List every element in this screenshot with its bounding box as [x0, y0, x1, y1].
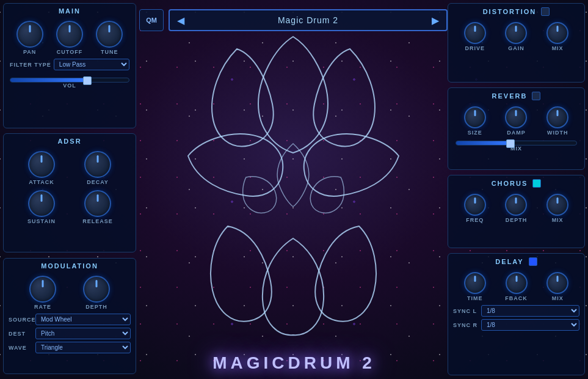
rate-knob[interactable]: [29, 276, 56, 303]
pan-label: PAN: [23, 49, 36, 55]
chorus-title-row: CHORUS: [448, 175, 584, 189]
preset-name: Magic Drum 2: [278, 15, 338, 25]
mod-depth-label: DEPTH: [85, 304, 107, 310]
mod-depth-knob-container: DEPTH: [83, 276, 110, 310]
mod-selects: SOURCE Mod Wheel LFO Velocity Aftertouch…: [4, 312, 136, 355]
chorus-knobs-row: FREQ DEPTH MIX: [448, 189, 584, 224]
source-row: SOURCE Mod Wheel LFO Velocity Aftertouch: [9, 314, 131, 325]
reverb-toggle[interactable]: [532, 92, 540, 100]
sustain-knob[interactable]: [28, 190, 55, 217]
dist-mix-label: MIX: [552, 45, 564, 51]
source-select[interactable]: Mod Wheel LFO Velocity Aftertouch: [35, 314, 131, 325]
prev-preset-button[interactable]: ◀: [175, 15, 187, 26]
fback-knob-container: FBACK: [505, 272, 528, 301]
width-knob[interactable]: [546, 106, 568, 128]
fback-knob[interactable]: [506, 272, 528, 294]
mod-knobs-row: RATE DEPTH: [4, 271, 136, 312]
fback-label: FBACK: [505, 295, 528, 301]
drive-knob-container: DRIVE: [464, 22, 486, 51]
dist-mix-knob-container: MIX: [546, 22, 568, 51]
wave-label: WAVE: [9, 345, 33, 351]
chorus-toggle[interactable]: [532, 179, 541, 188]
sync-l-select[interactable]: 1/8 1/4 1/2 1/1 1/16 3/8: [481, 305, 579, 317]
time-knob[interactable]: [464, 272, 486, 294]
gain-knob-container: GAIN: [505, 22, 527, 51]
size-label: SIZE: [468, 130, 482, 136]
wave-row: WAVE Triangle Sine Square Sawtooth: [9, 342, 131, 353]
attack-knob-container: ATTACK: [28, 151, 55, 185]
wave-select[interactable]: Triangle Sine Square Sawtooth: [35, 342, 131, 353]
vol-slider-track[interactable]: [10, 78, 129, 83]
attack-label: ATTACK: [29, 179, 54, 185]
top-nav: QM ◀ Magic Drum 2 ▶: [139, 5, 448, 35]
delay-toggle[interactable]: [529, 257, 537, 266]
chorus-mix-knob[interactable]: [546, 194, 568, 216]
freq-knob[interactable]: [464, 194, 486, 216]
reverb-mix-label: MIX: [456, 145, 577, 153]
release-label: RELEASE: [82, 218, 113, 224]
attack-knob[interactable]: [28, 151, 55, 178]
source-label: SOURCE: [9, 317, 33, 323]
dist-mix-knob[interactable]: [546, 22, 568, 44]
mod-panel: MODULATION RATE DEPTH SOURCE Mod Wheel L…: [3, 258, 136, 374]
chorus-panel-title: CHORUS: [492, 180, 528, 187]
tune-knob[interactable]: [96, 21, 123, 48]
sustain-knob-container: SUSTAIN: [27, 190, 56, 224]
tune-knob-container: TUNE: [96, 21, 123, 55]
next-preset-button[interactable]: ▶: [429, 15, 441, 26]
delay-mix-knob[interactable]: [546, 272, 568, 294]
distortion-panel-title: DISTORTION: [483, 8, 537, 15]
chorus-depth-knob-container: DEPTH: [505, 194, 527, 223]
drive-knob[interactable]: [464, 22, 486, 44]
sync-l-row: SYNC L 1/8 1/4 1/2 1/1 1/16 3/8: [453, 305, 579, 317]
damp-label: DAMP: [507, 130, 526, 136]
distortion-panel: DISTORTION DRIVE GAIN MIX: [448, 3, 585, 83]
pan-knob-container: PAN: [16, 21, 43, 55]
decay-knob[interactable]: [84, 151, 111, 178]
chorus-depth-knob[interactable]: [505, 194, 527, 216]
gain-knob[interactable]: [505, 22, 527, 44]
delay-title-row: DELAY: [448, 254, 584, 267]
damp-knob[interactable]: [505, 106, 527, 128]
sync-r-select[interactable]: 1/8 1/4 1/2 1/1 1/16 3/8: [481, 319, 579, 331]
vol-label: VOL: [10, 83, 129, 89]
release-knob-container: RELEASE: [82, 190, 113, 224]
vol-slider-thumb[interactable]: [83, 76, 92, 85]
reverb-mix-thumb[interactable]: [506, 139, 515, 148]
preset-nav-bar: ◀ Magic Drum 2 ▶: [169, 9, 448, 31]
mod-depth-knob[interactable]: [83, 276, 110, 303]
gain-label: GAIN: [508, 45, 524, 51]
reverb-knobs-row: SIZE DAMP WIDTH: [448, 101, 584, 137]
reverb-mix-slider[interactable]: [456, 141, 577, 145]
time-label: TIME: [467, 295, 483, 301]
mod-panel-title: MODULATION: [4, 259, 136, 271]
app-logo: MAGICDRUM 2: [212, 353, 376, 373]
adsr-panel-title: ADSR: [4, 134, 136, 146]
main-panel-title: MAIN: [4, 4, 136, 16]
cutoff-knob[interactable]: [56, 21, 83, 48]
freq-knob-container: FREQ: [464, 194, 486, 223]
tune-label: TUNE: [101, 49, 118, 55]
delay-panel: DELAY TIME FBACK MIX SYNC L 1/8 1/4 1/2 …: [448, 253, 585, 375]
rate-label: RATE: [34, 304, 51, 310]
dest-select[interactable]: Pitch Filter Amplitude Pan: [35, 328, 131, 339]
size-knob[interactable]: [464, 106, 486, 128]
chorus-mix-label: MIX: [552, 217, 564, 223]
width-knob-container: WIDTH: [546, 106, 568, 136]
decay-label: DECAY: [87, 179, 109, 185]
adsr-knobs-grid: ATTACK DECAY SUSTAIN RELEASE: [4, 146, 136, 229]
reverb-title-row: REVERB: [448, 88, 584, 101]
vol-slider-fill: [10, 78, 87, 82]
sync-r-label: SYNC R: [453, 322, 477, 328]
chorus-depth-label: DEPTH: [506, 217, 528, 223]
filter-type-select[interactable]: Low Pass High Pass Band Pass Notch: [54, 59, 129, 70]
main-knobs-row: PAN CUTOFF TUNE: [4, 16, 136, 56]
release-knob[interactable]: [84, 190, 111, 217]
pan-knob[interactable]: [16, 21, 43, 48]
delay-mix-knob-container: MIX: [546, 272, 568, 301]
damp-knob-container: DAMP: [505, 106, 527, 136]
distortion-toggle[interactable]: [541, 7, 550, 16]
cutoff-label: CUTOFF: [57, 49, 82, 55]
qm-button[interactable]: QM: [139, 9, 164, 31]
sync-r-row: SYNC R 1/8 1/4 1/2 1/1 1/16 3/8: [453, 319, 579, 331]
